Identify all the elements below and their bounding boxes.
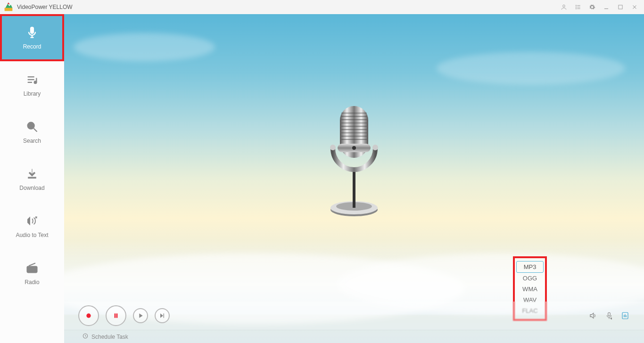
search-icon: [25, 120, 39, 134]
titlebar: VideoPower YELLOW: [0, 0, 644, 14]
svg-rect-9: [619, 5, 622, 9]
svg-rect-46: [115, 313, 116, 318]
sidebar-item-label: Download: [19, 185, 44, 191]
svg-rect-48: [164, 313, 164, 318]
svg-rect-49: [608, 312, 611, 316]
svg-point-2: [576, 5, 576, 6]
svg-point-32: [372, 145, 378, 150]
sidebar-item-record[interactable]: Record: [0, 14, 64, 61]
app-title: VideoPower YELLOW: [17, 4, 73, 10]
svg-rect-0: [5, 8, 13, 11]
svg-point-23: [33, 268, 36, 270]
list-icon[interactable]: [572, 1, 584, 13]
svg-rect-47: [116, 313, 118, 318]
svg-point-4: [576, 7, 576, 7]
sidebar-item-label: Record: [23, 43, 41, 50]
sidebar-item-radio[interactable]: Radio: [0, 250, 64, 297]
svg-point-44: [352, 146, 356, 150]
sidebar: Record Library Search Download: [0, 14, 64, 343]
svg-line-26: [29, 263, 35, 266]
library-icon: [25, 73, 39, 87]
format-option-ogg[interactable]: OGG: [516, 273, 544, 284]
clock-icon: [82, 333, 89, 341]
sidebar-item-audio-to-text[interactable]: Audio to Text: [0, 203, 64, 250]
minimize-icon[interactable]: [601, 1, 612, 13]
main-panel: MP3 OGG WMA WAV FLAC: [64, 14, 644, 343]
schedule-task-label: Schedule Task: [91, 334, 128, 340]
sidebar-item-label: Library: [24, 90, 41, 97]
sidebar-item-label: Audio to Text: [16, 232, 48, 238]
footer: Schedule Task: [64, 330, 644, 343]
speaker-icon[interactable]: [588, 311, 598, 320]
format-option-wma[interactable]: WMA: [516, 284, 544, 294]
download-icon: [25, 167, 39, 181]
maximize-icon[interactable]: [615, 1, 626, 13]
record-button[interactable]: [78, 305, 99, 326]
svg-rect-30: [353, 167, 355, 208]
svg-rect-12: [31, 27, 34, 33]
schedule-task-button[interactable]: Schedule Task: [82, 333, 128, 341]
format-settings-icon[interactable]: [620, 311, 630, 320]
svg-point-31: [330, 145, 336, 150]
next-button[interactable]: [155, 308, 170, 323]
svg-point-19: [28, 122, 34, 129]
sidebar-item-search[interactable]: Search: [0, 108, 64, 155]
sidebar-item-label: Radio: [25, 279, 39, 286]
svg-point-1: [563, 5, 565, 7]
audio-to-text-icon: [25, 214, 39, 228]
pause-button[interactable]: [106, 305, 126, 326]
svg-line-20: [34, 129, 37, 132]
microphone-icon: [25, 25, 39, 40]
sidebar-item-library[interactable]: Library: [0, 61, 64, 108]
gear-icon[interactable]: [586, 1, 598, 13]
microphone-illustration: [314, 97, 394, 221]
sidebar-item-label: Search: [23, 138, 41, 144]
svg-point-45: [86, 313, 91, 318]
audio-source-icon[interactable]: [604, 311, 614, 320]
svg-point-6: [576, 8, 576, 9]
svg-rect-21: [28, 177, 36, 178]
control-bar: [64, 302, 644, 330]
play-button[interactable]: [133, 308, 148, 323]
format-option-mp3[interactable]: MP3: [516, 261, 544, 273]
app-window: VideoPower YELLOW Record: [0, 0, 644, 343]
app-logo-icon: [4, 2, 13, 12]
close-icon[interactable]: [629, 1, 640, 13]
radio-icon: [25, 261, 39, 275]
sidebar-item-download[interactable]: Download: [0, 155, 64, 203]
account-icon[interactable]: [558, 1, 570, 13]
